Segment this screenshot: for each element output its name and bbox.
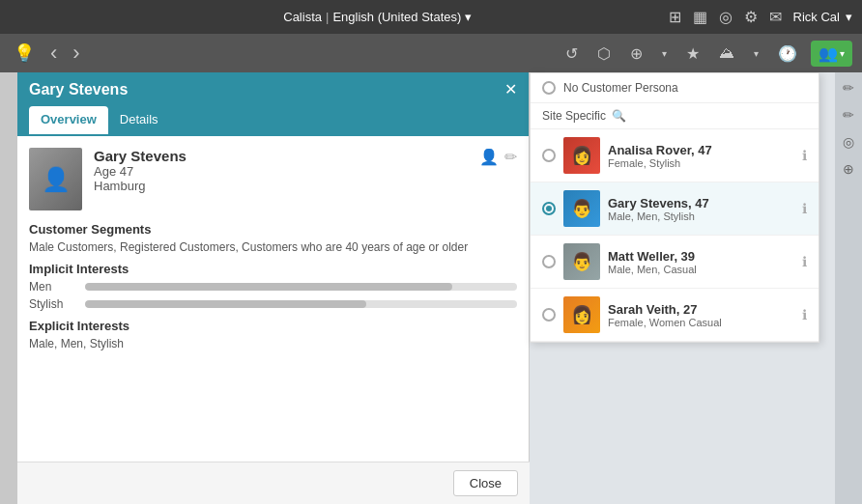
user-name: Rick Cal bbox=[793, 10, 840, 24]
persona-desc-analisa: Female, Stylish bbox=[608, 157, 794, 169]
user-dropdown-arrow: ▾ bbox=[846, 10, 852, 24]
site-specific-label: Site Specific bbox=[542, 109, 606, 123]
user-link-icon[interactable]: 👤 bbox=[479, 148, 499, 166]
persona-info-gary: Gary Stevens, 47 Male, Men, Stylish bbox=[608, 196, 794, 222]
persona-info-matt: Matt Weller, 39 Male, Men, Casual bbox=[608, 249, 794, 275]
title-separator: | bbox=[326, 10, 329, 24]
persona-info-icon-analisa[interactable]: ℹ bbox=[802, 148, 807, 163]
user-menu[interactable]: Rick Cal ▾ bbox=[793, 10, 852, 24]
panel-header: Gary Stevens ✕ bbox=[17, 72, 529, 106]
mail-icon[interactable]: ✉ bbox=[769, 8, 782, 26]
persona-name-sarah: Sarah Veith, 27 bbox=[608, 302, 794, 317]
interest-bar-container-stylish bbox=[85, 300, 517, 308]
panel-close-button[interactable]: ✕ bbox=[504, 80, 517, 98]
tab-overview[interactable]: Overview bbox=[29, 106, 108, 134]
persona-list: 👩 Analisa Rover, 47 Female, Stylish ℹ 👨 … bbox=[531, 129, 819, 342]
person-group-dropdown-arrow: ▾ bbox=[840, 48, 845, 59]
no-customer-persona-item[interactable]: No Customer Persona bbox=[531, 73, 819, 103]
gear-icon[interactable]: ⚙ bbox=[744, 8, 758, 26]
persona-avatar-analisa: 👩 bbox=[563, 137, 600, 174]
person-group-button[interactable]: 👥 ▾ bbox=[811, 41, 852, 67]
image-icon[interactable]: ⛰ bbox=[713, 41, 740, 66]
persona-radio-matt[interactable] bbox=[542, 255, 556, 268]
app-title: Calista bbox=[283, 10, 322, 24]
top-navigation: Calista | English (United States) ▾ ⊞ ▦ … bbox=[0, 0, 862, 34]
persona-info-sarah: Sarah Veith, 27 Female, Women Casual bbox=[608, 302, 794, 328]
top-nav-icons: ⊞ ▦ ◎ ⚙ ✉ Rick Cal ▾ bbox=[669, 8, 852, 26]
clock-icon[interactable]: 🕐 bbox=[772, 41, 803, 67]
grid-icon[interactable]: ⊞ bbox=[669, 8, 681, 26]
interest-label-men: Men bbox=[29, 280, 77, 294]
persona-radio-analisa[interactable] bbox=[542, 149, 556, 162]
main-area: Gary Stevens ✕ Overview Details 👤 Gary S… bbox=[0, 72, 862, 504]
secondary-toolbar: 💡 ‹ › ↺ ⬡ ⊕ ▾ ★ ⛰ ▾ 🕐 👥 ▾ bbox=[0, 34, 862, 72]
persona-name-analisa: Analisa Rover, 47 bbox=[608, 143, 794, 157]
tab-details[interactable]: Details bbox=[108, 106, 170, 134]
persona-item-analisa[interactable]: 👩 Analisa Rover, 47 Female, Stylish ℹ bbox=[531, 129, 819, 182]
customer-panel: Gary Stevens ✕ Overview Details 👤 Gary S… bbox=[17, 72, 530, 504]
right-icon-4[interactable]: ⊕ bbox=[843, 161, 854, 177]
right-icon-3[interactable]: ◎ bbox=[843, 134, 854, 150]
panel-tabs: Overview Details bbox=[17, 106, 529, 136]
profile-info: Gary Stevens Age 47 Hamburg bbox=[94, 148, 468, 193]
customer-segments-label: Customer Segments bbox=[29, 222, 517, 237]
persona-info-icon-gary[interactable]: ℹ bbox=[802, 201, 807, 216]
chart-icon[interactable]: ▦ bbox=[693, 8, 707, 26]
profile-city: Hamburg bbox=[94, 179, 468, 193]
share-icon[interactable]: ⊕ bbox=[624, 41, 648, 67]
persona-avatar-sarah: 👩 bbox=[563, 296, 600, 333]
share-dropdown-arrow[interactable]: ▾ bbox=[656, 44, 673, 63]
profile-actions: 👤 ✏ bbox=[479, 148, 517, 166]
persona-radio-gary[interactable] bbox=[542, 202, 556, 215]
explicit-interests-value: Male, Men, Stylish bbox=[29, 337, 517, 350]
back-button[interactable]: ‹ bbox=[46, 37, 61, 70]
no-customer-label: No Customer Persona bbox=[563, 81, 678, 95]
persona-avatar-matt: 👨 bbox=[563, 243, 600, 280]
persona-item-gary[interactable]: 👨 Gary Stevens, 47 Male, Men, Stylish ℹ bbox=[531, 182, 819, 236]
interest-bar-container-men bbox=[85, 283, 517, 291]
avatar: 👤 bbox=[29, 148, 82, 210]
explicit-interests-label: Explicit Interests bbox=[29, 319, 517, 333]
refresh-icon[interactable]: ↺ bbox=[560, 41, 584, 67]
interest-bar-stylish bbox=[85, 300, 366, 308]
customer-segments-value: Male Customers, Registered Customers, Cu… bbox=[29, 240, 517, 254]
panel-body: 👤 Gary Stevens Age 47 Hamburg 👤 ✏ Custom… bbox=[17, 136, 529, 362]
right-icon-2[interactable]: ✏ bbox=[843, 107, 854, 123]
no-customer-radio[interactable] bbox=[542, 81, 556, 95]
external-link-icon[interactable]: ⬡ bbox=[591, 41, 617, 67]
persona-info-icon-matt[interactable]: ℹ bbox=[802, 254, 807, 269]
persona-item-sarah[interactable]: 👩 Sarah Veith, 27 Female, Women Casual ℹ bbox=[531, 289, 819, 342]
panel-footer: Close bbox=[17, 462, 530, 504]
star-icon[interactable]: ★ bbox=[680, 41, 705, 67]
profile-age: Age 47 bbox=[94, 164, 468, 179]
persona-info-icon-sarah[interactable]: ℹ bbox=[802, 307, 807, 322]
language-dropdown-arrow[interactable]: ▾ bbox=[465, 10, 472, 24]
site-specific-section: Site Specific 🔍 bbox=[531, 103, 819, 129]
persona-avatar-gary: 👨 bbox=[563, 190, 600, 227]
compass-icon[interactable]: ◎ bbox=[719, 8, 733, 26]
interest-label-stylish: Stylish bbox=[29, 297, 77, 311]
image-dropdown-arrow[interactable]: ▾ bbox=[748, 44, 764, 63]
close-button[interactable]: Close bbox=[453, 470, 518, 496]
persona-name-matt: Matt Weller, 39 bbox=[608, 249, 794, 264]
persona-desc-matt: Male, Men, Casual bbox=[608, 264, 794, 275]
right-icon-1[interactable]: ✏ bbox=[843, 80, 854, 96]
persona-dropdown: No Customer Persona Site Specific 🔍 👩 An… bbox=[530, 72, 819, 343]
persona-item-matt[interactable]: 👨 Matt Weller, 39 Male, Men, Casual ℹ bbox=[531, 236, 819, 289]
implicit-interests-label: Implicit Interests bbox=[29, 262, 517, 276]
persona-radio-sarah[interactable] bbox=[542, 308, 556, 322]
edit-icon[interactable]: ✏ bbox=[504, 148, 517, 166]
top-nav-center: Calista | English (United States) ▾ bbox=[283, 10, 472, 24]
language-label: English (United States) bbox=[332, 10, 461, 24]
site-specific-search-icon[interactable]: 🔍 bbox=[612, 109, 626, 123]
persona-name-gary: Gary Stevens, 47 bbox=[608, 196, 794, 210]
persona-desc-gary: Male, Men, Stylish bbox=[608, 210, 794, 222]
interest-row-stylish: Stylish bbox=[29, 297, 517, 311]
interest-bar-men bbox=[85, 283, 452, 291]
toolbar-right: ↺ ⬡ ⊕ ▾ ★ ⛰ ▾ 🕐 👥 ▾ bbox=[560, 41, 852, 67]
bulb-icon[interactable]: 💡 bbox=[10, 39, 39, 68]
panel-title: Gary Stevens bbox=[29, 81, 128, 98]
forward-button[interactable]: › bbox=[69, 37, 83, 70]
interest-row-men: Men bbox=[29, 280, 517, 294]
person-group-icon: 👥 bbox=[819, 44, 838, 63]
